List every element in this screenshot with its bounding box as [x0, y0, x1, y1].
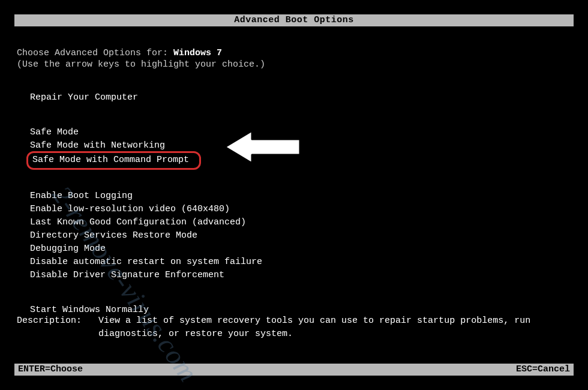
description-label: Description:	[17, 314, 82, 341]
main-content: Choose Advanced Options for: Windows 7 (…	[17, 48, 571, 317]
choose-prompt: Choose Advanced Options for: Windows 7	[17, 48, 571, 58]
option-repair-your-computer[interactable]: Repair Your Computer	[30, 91, 571, 104]
group-safe-mode: Safe Mode Safe Mode with Networking Safe…	[30, 126, 571, 168]
arrow-keys-hint: (Use the arrow keys to highlight your ch…	[17, 59, 571, 70]
option-disable-driver-sig[interactable]: Disable Driver Signature Enforcement	[30, 269, 571, 282]
option-enable-boot-logging[interactable]: Enable Boot Logging	[30, 190, 571, 203]
option-dsrm[interactable]: Directory Services Restore Mode	[30, 229, 571, 242]
description-text: View a list of system recovery tools you…	[98, 314, 570, 341]
os-name: Windows 7	[173, 48, 222, 58]
option-safe-mode-command-prompt[interactable]: Safe Mode with Command Prompt	[30, 152, 571, 168]
esc-hint: ESC=Cancel	[516, 364, 570, 376]
group-advanced: Enable Boot Logging Enable low-resolutio…	[30, 190, 571, 282]
footer-bar: ENTER=Choose ESC=Cancel	[14, 364, 574, 376]
description-row: Description: View a list of system recov…	[17, 314, 570, 341]
option-last-known-good[interactable]: Last Known Good Configuration (advanced)	[30, 216, 571, 229]
option-debugging-mode[interactable]: Debugging Mode	[30, 242, 571, 256]
option-safe-mode-command-prompt-label: Safe Mode with Command Prompt	[32, 155, 189, 165]
group-repair: Repair Your Computer	[30, 91, 571, 104]
option-disable-auto-restart[interactable]: Disable automatic restart on system fail…	[30, 256, 571, 269]
enter-hint: ENTER=Choose	[18, 364, 83, 376]
option-safe-mode-networking[interactable]: Safe Mode with Networking	[30, 139, 571, 152]
choose-prefix: Choose Advanced Options for:	[17, 48, 173, 58]
option-low-res-video[interactable]: Enable low-resolution video (640x480)	[30, 203, 571, 216]
page-title: Advanced Boot Options	[234, 15, 354, 25]
title-bar: Advanced Boot Options	[14, 14, 574, 26]
option-safe-mode[interactable]: Safe Mode	[30, 126, 571, 139]
